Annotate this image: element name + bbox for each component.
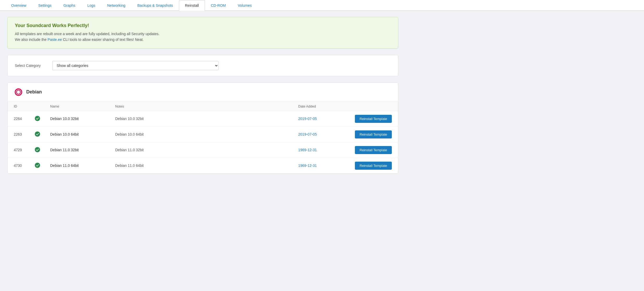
tab-settings[interactable]: Settings <box>32 0 57 11</box>
category-select[interactable]: Show all categoriesDebianUbuntuCentOSFed… <box>52 61 219 70</box>
tab-cd-rom[interactable]: CD-ROM <box>205 0 232 11</box>
table-row: 4730 Debian 11.0 64bit Debian 11.0 64bit… <box>8 158 398 173</box>
row-name-1: Debian 10.0 64bit <box>50 132 115 136</box>
row-check-icon-1 <box>35 131 50 138</box>
templates-box: Debian ID Name Notes Date Added 2264 Deb… <box>7 83 398 174</box>
svg-point-2 <box>35 131 40 137</box>
row-date-2: 1969-12-31 <box>298 148 340 152</box>
tab-volumes[interactable]: Volumes <box>232 0 258 11</box>
row-notes-0: Debian 10.0 32bit <box>115 117 298 121</box>
svg-point-3 <box>35 147 40 152</box>
row-date-0: 2019-07-05 <box>298 117 340 121</box>
row-notes-2: Debian 11.0 32bit <box>115 148 298 152</box>
debian-logo-icon <box>14 87 23 97</box>
col-id: ID <box>14 104 35 108</box>
row-id-3: 4730 <box>14 163 35 168</box>
col-name: Name <box>50 104 115 108</box>
reinstall-button-2[interactable]: Reinstall Template <box>355 146 392 154</box>
table-rows-container: 2264 Debian 10.0 32bit Debian 10.0 32bit… <box>8 111 398 173</box>
col-action <box>340 104 392 108</box>
category-selector-box: Select Category Show all categoriesDebia… <box>7 55 398 76</box>
table-row: 2263 Debian 10.0 64bit Debian 10.0 64bit… <box>8 127 398 142</box>
tab-graphs[interactable]: Graphs <box>57 0 81 11</box>
category-label: Select Category <box>15 64 46 68</box>
row-check-icon-3 <box>35 162 50 169</box>
row-name-0: Debian 10.0 32bit <box>50 117 115 121</box>
tabs-bar: OverviewSettingsGraphsLogsNetworkingBack… <box>0 0 644 11</box>
col-notes: Notes <box>115 104 298 108</box>
row-notes-3: Debian 11.0 64bit <box>115 163 298 168</box>
paste-ee-link[interactable]: Paste.ee <box>48 37 62 42</box>
col-date: Date Added <box>298 104 340 108</box>
tab-reinstall[interactable]: Reinstall <box>179 0 205 11</box>
row-name-3: Debian 11.0 64bit <box>50 163 115 168</box>
row-id-0: 2264 <box>14 117 35 121</box>
alert-line1: All templates are rebuilt once a week an… <box>15 32 159 36</box>
tab-overview[interactable]: Overview <box>5 0 32 11</box>
reinstall-btn-cell-0: Reinstall Template <box>340 115 392 123</box>
svg-point-4 <box>35 163 40 168</box>
reinstall-button-1[interactable]: Reinstall Template <box>355 130 392 138</box>
row-date-1: 2019-07-05 <box>298 132 340 136</box>
reinstall-btn-cell-2: Reinstall Template <box>340 146 392 154</box>
alert-line2-suffix: CLI tools to allow easier sharing of tex… <box>62 37 144 42</box>
row-id-1: 2263 <box>14 132 35 136</box>
tab-backups-snapshots[interactable]: Backups & Snapshots <box>131 0 179 11</box>
row-name-2: Debian 11.0 32bit <box>50 148 115 152</box>
reinstall-btn-cell-3: Reinstall Template <box>340 162 392 170</box>
alert-line2-prefix: We also include the <box>15 37 48 42</box>
row-date-3: 1969-12-31 <box>298 163 340 168</box>
table-header: ID Name Notes Date Added <box>8 102 398 111</box>
tab-networking[interactable]: Networking <box>101 0 131 11</box>
svg-point-1 <box>35 116 40 121</box>
alert-body: All templates are rebuilt once a week an… <box>15 31 391 43</box>
col-icon <box>35 104 50 108</box>
alert-box: Your Soundcard Works Perfectly! All temp… <box>7 17 398 49</box>
debian-section-title: Debian <box>26 89 42 95</box>
debian-section-header: Debian <box>8 83 398 102</box>
table-row: 2264 Debian 10.0 32bit Debian 10.0 32bit… <box>8 111 398 127</box>
tab-logs[interactable]: Logs <box>81 0 101 11</box>
row-id-2: 4729 <box>14 148 35 152</box>
main-content: Your Soundcard Works Perfectly! All temp… <box>0 11 406 186</box>
row-check-icon-2 <box>35 147 50 153</box>
reinstall-button-3[interactable]: Reinstall Template <box>355 162 392 170</box>
table-row: 4729 Debian 11.0 32bit Debian 11.0 32bit… <box>8 142 398 158</box>
reinstall-button-0[interactable]: Reinstall Template <box>355 115 392 123</box>
row-check-icon-0 <box>35 116 50 122</box>
reinstall-btn-cell-1: Reinstall Template <box>340 130 392 138</box>
row-notes-1: Debian 10.0 64bit <box>115 132 298 136</box>
alert-title: Your Soundcard Works Perfectly! <box>15 23 391 28</box>
